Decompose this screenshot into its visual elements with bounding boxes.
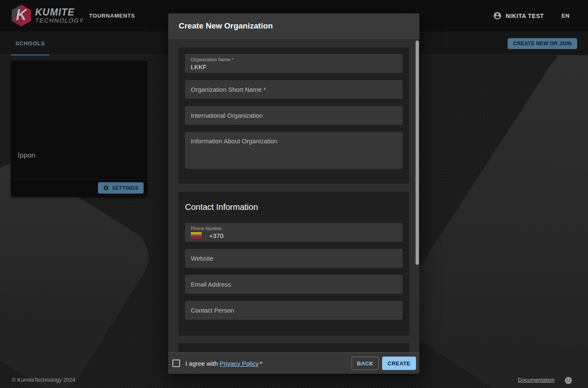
phone-number-field[interactable]: Phone Number +370 <box>185 223 403 242</box>
school-card-title: Ippon <box>18 151 36 160</box>
brand-logo[interactable]: K KUMITE TECHNOLOGY <box>12 5 84 26</box>
nav-item-tournaments[interactable]: TOURNAMENTS <box>89 13 135 19</box>
cookie-icon[interactable] <box>564 376 573 385</box>
card-divider <box>11 179 147 179</box>
contact-person-field[interactable]: Contact Person <box>185 301 403 320</box>
international-organization-field[interactable]: International Organization <box>185 106 403 125</box>
kumite-hexagon-logo-icon: K <box>12 5 31 26</box>
required-asterisk: * <box>260 360 262 367</box>
active-tab-indicator <box>11 54 49 55</box>
contact-information-section: Contact Information Phone Number +370 We… <box>178 192 409 336</box>
dialog-header: Create New Organization <box>168 13 419 39</box>
documentation-link[interactable]: Documentation <box>518 377 555 383</box>
brand-subtitle: TECHNOLOGY <box>35 17 84 24</box>
privacy-policy-link[interactable]: Privacy Policy <box>220 360 259 367</box>
create-new-or-join-button[interactable]: CREATE NEW OR JOIN <box>508 38 577 49</box>
account-circle-icon <box>493 11 502 20</box>
email-address-field[interactable]: Email Address <box>185 275 403 294</box>
user-menu[interactable]: NIKITA TEST <box>506 13 544 19</box>
organization-name-field[interactable]: Organization Name * LKKF <box>185 54 403 73</box>
phone-number-label: Phone Number <box>191 226 222 231</box>
organization-short-name-field[interactable]: Organization Short Name * <box>185 80 403 99</box>
back-button[interactable]: BACK <box>352 357 379 370</box>
next-section-partial <box>178 343 409 352</box>
create-button[interactable]: CREATE <box>382 357 416 370</box>
dialog-footer: I agree with Privacy Policy* BACK CREATE <box>168 352 419 374</box>
dialog-scrollbar[interactable] <box>416 41 419 265</box>
school-card-ippon[interactable]: Ippon SETTINGS <box>11 61 147 197</box>
contact-information-heading: Contact Information <box>185 202 403 212</box>
tab-schools[interactable]: SCHOOLS <box>11 31 49 55</box>
organization-name-value: LKKF <box>191 63 207 70</box>
create-organization-dialog: Create New Organization Organization Nam… <box>168 13 419 374</box>
phone-number-value: +370 <box>209 232 223 239</box>
lithuania-flag-icon[interactable] <box>191 232 202 239</box>
organization-section: Organization Name * LKKF Organization Sh… <box>178 47 409 184</box>
privacy-agree-text: I agree with Privacy Policy* <box>185 360 262 367</box>
dialog-title: Create New Organization <box>179 13 273 38</box>
website-field[interactable]: Website <box>185 249 403 268</box>
privacy-agree-checkbox[interactable] <box>172 360 180 367</box>
dialog-body: Organization Name * LKKF Organization Sh… <box>168 39 419 352</box>
copyright-text: © KumiteTechnology 2024 <box>12 377 75 383</box>
school-settings-button[interactable]: SETTINGS <box>98 182 144 194</box>
gear-icon <box>103 185 109 191</box>
information-about-organization-field[interactable]: Information About Organization <box>185 132 403 169</box>
settings-label: SETTINGS <box>112 185 139 191</box>
brand-name: KUMITE <box>35 7 84 17</box>
language-selector[interactable]: EN <box>562 13 570 19</box>
app-root: K KUMITE TECHNOLOGY TOURNAMENTS NIKITA T… <box>0 0 588 388</box>
organization-name-label: Organization Name * <box>191 57 234 62</box>
